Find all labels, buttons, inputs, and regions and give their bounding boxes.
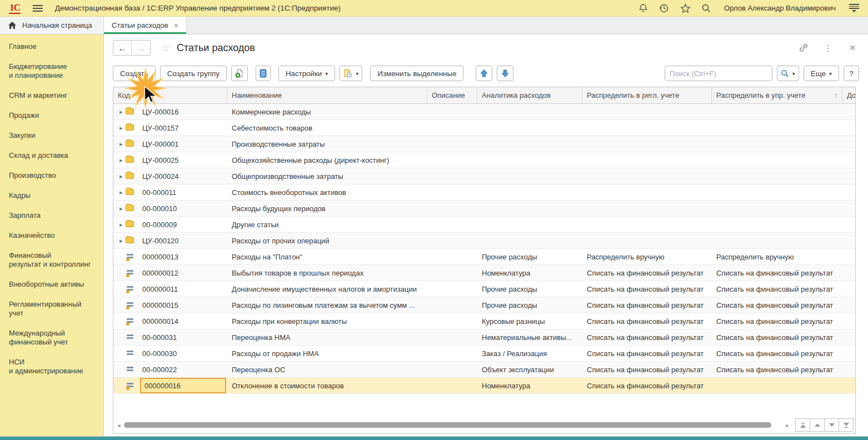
item-dot	[126, 290, 129, 293]
expand-triangle-icon[interactable]: ▸	[117, 124, 126, 132]
cell-name: Переоценка НМА	[227, 329, 427, 345]
cell-regl: Списать на финансовый результат	[582, 313, 712, 329]
focused-code-cell[interactable]: 000000016	[140, 378, 226, 393]
main-menu-icon[interactable]	[33, 5, 43, 12]
go-next-button[interactable]	[824, 418, 839, 432]
scrollbar-track[interactable]	[123, 421, 784, 429]
table-row[interactable]: 000000012Выбытия товаров в прошлых перио…	[113, 265, 855, 281]
scroll-left-icon[interactable]: ◂	[115, 422, 123, 428]
table-row[interactable]: ▸ЦУ-000157Себестоимость товаров	[113, 120, 855, 136]
close-form-icon[interactable]: ×	[847, 42, 858, 53]
column-header-regl[interactable]: Распределить в регл. учете	[582, 87, 712, 103]
back-button[interactable]: ←	[113, 41, 132, 55]
table-row[interactable]: ▸00-000010Расходы будущих периодов	[113, 201, 855, 217]
table-row[interactable]: 000000015Расходы по лизинговым платежам …	[113, 297, 855, 313]
expand-triangle-icon[interactable]: ▸	[117, 205, 126, 212]
folder-icon	[126, 220, 136, 229]
cell-regl	[582, 152, 712, 168]
search-clear-icon[interactable]: x	[772, 66, 772, 81]
get-link-icon[interactable]	[798, 42, 809, 53]
table-row[interactable]: ▸ЦУ-000001Производственные затраты	[113, 136, 855, 152]
sidebar-item-5[interactable]: Склад и доставка	[9, 151, 98, 160]
sidebar-item-4[interactable]: Закупки	[9, 131, 98, 140]
table-row[interactable]: ▸ЦУ-000025Общехозяйственные расходы (дир…	[113, 152, 855, 168]
create-group-button[interactable]: Создать группу	[160, 66, 227, 81]
table-row[interactable]: 000000016Отклонение в стоимости товаровН…	[113, 378, 855, 394]
table-row[interactable]: 00-000022Переоценка ОСОбъект эксплуатаци…	[113, 362, 855, 378]
column-header-cutoff[interactable]: До	[842, 87, 855, 103]
cell-description	[427, 136, 477, 152]
table-row[interactable]: ▸ЦУ-000120Расходы от прочих операций	[113, 233, 855, 249]
expand-triangle-icon[interactable]: ▸	[117, 173, 126, 180]
copy-item-button[interactable]	[231, 66, 248, 81]
edit-selected-button[interactable]: Изменить выделенные	[370, 66, 463, 81]
table-row[interactable]: 00-000030Расходы от продажи НМАЗаказ / Р…	[113, 346, 855, 362]
help-button[interactable]: ?	[844, 66, 859, 81]
add-favorite-star-icon[interactable]: ☆	[161, 42, 170, 54]
forward-button[interactable]: →	[132, 41, 150, 55]
sidebar-item-1[interactable]: Бюджетирование и планирование	[9, 62, 98, 80]
list-view-mode-button[interactable]	[256, 66, 271, 81]
sidebar-item-11[interactable]: Внеоборотные активы	[9, 280, 98, 289]
create-button[interactable]: Создать	[113, 66, 156, 81]
service-menu-icon[interactable]	[848, 4, 860, 12]
more-menu-dots-icon[interactable]: ⋮	[822, 42, 834, 53]
history-icon[interactable]	[659, 3, 670, 14]
sidebar-item-14[interactable]: НСИ и администрирование	[9, 358, 98, 376]
column-header-code[interactable]: Код	[113, 87, 227, 103]
column-header-name[interactable]: Наименование	[227, 87, 427, 103]
column-header-upr[interactable]: Распределить в упр. учете ↑	[712, 87, 842, 103]
expand-triangle-icon[interactable]: ▸	[117, 141, 126, 148]
cell-name: Выбытия товаров в прошлых периодах	[227, 265, 427, 281]
table-row[interactable]: ▸00-000009Другие статьи	[113, 217, 855, 233]
sidebar-item-12[interactable]: Регламентированный учет	[9, 300, 98, 318]
tab-expense-items[interactable]: Статьи расходов ×	[104, 17, 187, 34]
table-row[interactable]: 00-000031Переоценка НМАНематериальные ак…	[113, 329, 855, 346]
search-options-button[interactable]: ▾	[777, 66, 799, 81]
sidebar-item-9[interactable]: Казначейство	[9, 231, 98, 240]
column-header-analytics[interactable]: Аналитика расходов	[477, 87, 582, 103]
move-up-button[interactable]	[476, 66, 492, 81]
tab-home-page[interactable]: Начальная страница	[0, 17, 104, 34]
cell-analytics	[477, 136, 582, 152]
go-previous-button[interactable]	[810, 418, 825, 432]
history-document-icon	[343, 69, 352, 78]
expand-triangle-icon[interactable]: ▸	[117, 221, 126, 228]
scroll-right-icon[interactable]: ▸	[784, 422, 791, 428]
global-search-icon[interactable]	[701, 3, 712, 14]
sidebar-item-3[interactable]: Продажи	[9, 111, 98, 120]
table-row[interactable]: ▸ЦУ-000016Коммерческие расходы	[113, 104, 855, 120]
move-down-button[interactable]	[497, 66, 513, 81]
go-last-button[interactable]	[839, 418, 854, 432]
notifications-bell-icon[interactable]	[637, 3, 648, 14]
folder-shape	[126, 108, 134, 114]
table-row[interactable]: 000000011Доначисление имущественных нало…	[113, 281, 855, 297]
expand-triangle-icon[interactable]: ▸	[117, 157, 126, 164]
more-actions-button[interactable]: Еще ▾	[804, 66, 839, 81]
expand-triangle-icon[interactable]: ▸	[117, 108, 126, 116]
favorites-star-icon[interactable]	[680, 3, 691, 14]
cell-cutoff	[842, 281, 855, 297]
table-row[interactable]: ▸ЦУ-000024Общепроизводственные затраты	[113, 168, 855, 184]
table-row[interactable]: 000000014Расходы при конвертации валютыК…	[113, 313, 855, 329]
table-row[interactable]: 000000013Расходы на "Платон"Прочие расхо…	[113, 249, 855, 265]
column-header-description[interactable]: Описание	[427, 87, 477, 103]
tab-close-icon[interactable]: ×	[174, 22, 178, 29]
expand-triangle-icon[interactable]: ▸	[117, 189, 126, 196]
change-history-dropdown-button[interactable]: ▾	[340, 66, 362, 81]
sidebar-item-2[interactable]: CRM и маркетинг	[9, 91, 98, 100]
sidebar-item-6[interactable]: Производство	[9, 171, 98, 180]
expand-triangle-icon[interactable]: ▸	[117, 237, 126, 244]
sidebar-item-8[interactable]: Зарплата	[9, 211, 98, 220]
table-row[interactable]: ▸00-000011Стоимость внеоборотных активов	[113, 184, 855, 201]
go-first-button[interactable]	[795, 418, 810, 432]
sidebar-item-13[interactable]: Международный финансовый учет	[9, 329, 98, 347]
current-user[interactable]: Орлов Александр Владимирович	[724, 4, 836, 12]
sidebar-item-10[interactable]: Финансовый результат и контроллинг	[9, 251, 98, 269]
scrollbar-thumb[interactable]	[124, 422, 771, 428]
sidebar-item-0[interactable]: Главное	[9, 42, 98, 51]
sidebar-item-7[interactable]: Кадры	[9, 191, 98, 200]
search-input[interactable]	[665, 66, 772, 81]
settings-dropdown-button[interactable]: Настройки ▾	[278, 66, 335, 81]
cell-analytics	[477, 184, 582, 200]
